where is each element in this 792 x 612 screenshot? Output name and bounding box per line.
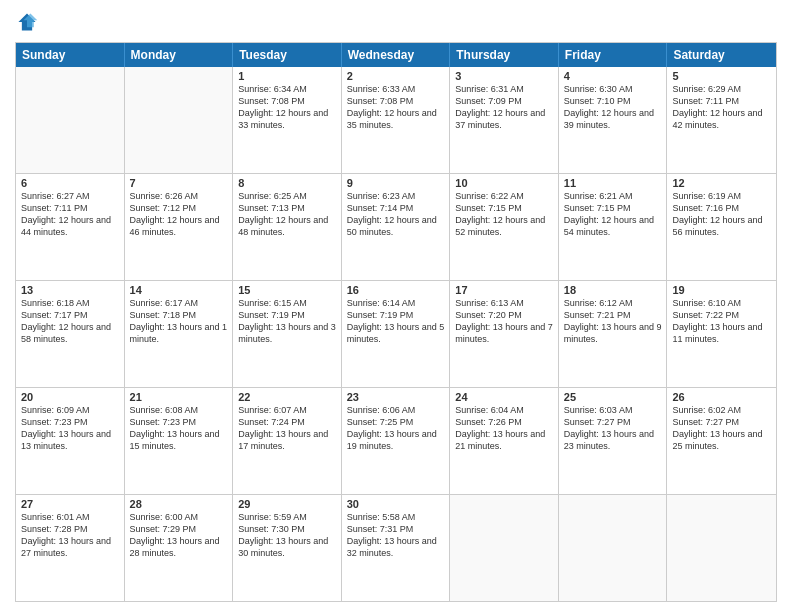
cell-info: Sunrise: 6:07 AM Sunset: 7:24 PM Dayligh… — [238, 404, 336, 453]
calendar-cell: 3Sunrise: 6:31 AM Sunset: 7:09 PM Daylig… — [450, 67, 559, 173]
day-header-friday: Friday — [559, 43, 668, 67]
calendar-cell: 14Sunrise: 6:17 AM Sunset: 7:18 PM Dayli… — [125, 281, 234, 387]
cell-info: Sunrise: 6:17 AM Sunset: 7:18 PM Dayligh… — [130, 297, 228, 346]
calendar-cell: 28Sunrise: 6:00 AM Sunset: 7:29 PM Dayli… — [125, 495, 234, 601]
cell-info: Sunrise: 6:27 AM Sunset: 7:11 PM Dayligh… — [21, 190, 119, 239]
calendar-body: 1Sunrise: 6:34 AM Sunset: 7:08 PM Daylig… — [16, 67, 776, 601]
calendar-cell: 7Sunrise: 6:26 AM Sunset: 7:12 PM Daylig… — [125, 174, 234, 280]
calendar-cell: 27Sunrise: 6:01 AM Sunset: 7:28 PM Dayli… — [16, 495, 125, 601]
calendar-cell: 12Sunrise: 6:19 AM Sunset: 7:16 PM Dayli… — [667, 174, 776, 280]
calendar-cell: 9Sunrise: 6:23 AM Sunset: 7:14 PM Daylig… — [342, 174, 451, 280]
calendar-cell: 18Sunrise: 6:12 AM Sunset: 7:21 PM Dayli… — [559, 281, 668, 387]
calendar-cell: 2Sunrise: 6:33 AM Sunset: 7:08 PM Daylig… — [342, 67, 451, 173]
logo-icon — [15, 10, 39, 34]
day-number: 11 — [564, 177, 662, 189]
day-header-sunday: Sunday — [16, 43, 125, 67]
day-number: 29 — [238, 498, 336, 510]
calendar-cell: 4Sunrise: 6:30 AM Sunset: 7:10 PM Daylig… — [559, 67, 668, 173]
day-number: 12 — [672, 177, 771, 189]
header — [15, 10, 777, 34]
day-number: 1 — [238, 70, 336, 82]
cell-info: Sunrise: 6:02 AM Sunset: 7:27 PM Dayligh… — [672, 404, 771, 453]
cell-info: Sunrise: 6:10 AM Sunset: 7:22 PM Dayligh… — [672, 297, 771, 346]
day-number: 17 — [455, 284, 553, 296]
cell-info: Sunrise: 6:14 AM Sunset: 7:19 PM Dayligh… — [347, 297, 445, 346]
calendar-cell — [667, 495, 776, 601]
calendar-cell — [450, 495, 559, 601]
calendar-cell: 24Sunrise: 6:04 AM Sunset: 7:26 PM Dayli… — [450, 388, 559, 494]
calendar-cell: 25Sunrise: 6:03 AM Sunset: 7:27 PM Dayli… — [559, 388, 668, 494]
day-number: 2 — [347, 70, 445, 82]
day-number: 3 — [455, 70, 553, 82]
cell-info: Sunrise: 6:15 AM Sunset: 7:19 PM Dayligh… — [238, 297, 336, 346]
cell-info: Sunrise: 5:59 AM Sunset: 7:30 PM Dayligh… — [238, 511, 336, 560]
calendar-cell: 15Sunrise: 6:15 AM Sunset: 7:19 PM Dayli… — [233, 281, 342, 387]
calendar-header: SundayMondayTuesdayWednesdayThursdayFrid… — [16, 43, 776, 67]
day-number: 16 — [347, 284, 445, 296]
calendar-cell: 10Sunrise: 6:22 AM Sunset: 7:15 PM Dayli… — [450, 174, 559, 280]
cell-info: Sunrise: 6:00 AM Sunset: 7:29 PM Dayligh… — [130, 511, 228, 560]
calendar-cell: 11Sunrise: 6:21 AM Sunset: 7:15 PM Dayli… — [559, 174, 668, 280]
day-number: 23 — [347, 391, 445, 403]
day-header-monday: Monday — [125, 43, 234, 67]
day-number: 15 — [238, 284, 336, 296]
calendar-row-0: 1Sunrise: 6:34 AM Sunset: 7:08 PM Daylig… — [16, 67, 776, 173]
calendar-cell: 20Sunrise: 6:09 AM Sunset: 7:23 PM Dayli… — [16, 388, 125, 494]
cell-info: Sunrise: 6:29 AM Sunset: 7:11 PM Dayligh… — [672, 83, 771, 132]
day-header-thursday: Thursday — [450, 43, 559, 67]
day-number: 18 — [564, 284, 662, 296]
calendar-cell: 19Sunrise: 6:10 AM Sunset: 7:22 PM Dayli… — [667, 281, 776, 387]
cell-info: Sunrise: 6:06 AM Sunset: 7:25 PM Dayligh… — [347, 404, 445, 453]
cell-info: Sunrise: 6:34 AM Sunset: 7:08 PM Dayligh… — [238, 83, 336, 132]
day-number: 7 — [130, 177, 228, 189]
calendar-cell: 6Sunrise: 6:27 AM Sunset: 7:11 PM Daylig… — [16, 174, 125, 280]
day-number: 20 — [21, 391, 119, 403]
calendar-cell — [125, 67, 234, 173]
day-number: 10 — [455, 177, 553, 189]
cell-info: Sunrise: 6:21 AM Sunset: 7:15 PM Dayligh… — [564, 190, 662, 239]
cell-info: Sunrise: 6:22 AM Sunset: 7:15 PM Dayligh… — [455, 190, 553, 239]
day-number: 9 — [347, 177, 445, 189]
day-number: 21 — [130, 391, 228, 403]
cell-info: Sunrise: 6:08 AM Sunset: 7:23 PM Dayligh… — [130, 404, 228, 453]
calendar-row-1: 6Sunrise: 6:27 AM Sunset: 7:11 PM Daylig… — [16, 173, 776, 280]
cell-info: Sunrise: 5:58 AM Sunset: 7:31 PM Dayligh… — [347, 511, 445, 560]
calendar: SundayMondayTuesdayWednesdayThursdayFrid… — [15, 42, 777, 602]
page: SundayMondayTuesdayWednesdayThursdayFrid… — [0, 0, 792, 612]
calendar-row-3: 20Sunrise: 6:09 AM Sunset: 7:23 PM Dayli… — [16, 387, 776, 494]
cell-info: Sunrise: 6:25 AM Sunset: 7:13 PM Dayligh… — [238, 190, 336, 239]
cell-info: Sunrise: 6:09 AM Sunset: 7:23 PM Dayligh… — [21, 404, 119, 453]
cell-info: Sunrise: 6:18 AM Sunset: 7:17 PM Dayligh… — [21, 297, 119, 346]
calendar-cell: 21Sunrise: 6:08 AM Sunset: 7:23 PM Dayli… — [125, 388, 234, 494]
day-number: 5 — [672, 70, 771, 82]
calendar-row-2: 13Sunrise: 6:18 AM Sunset: 7:17 PM Dayli… — [16, 280, 776, 387]
calendar-cell — [559, 495, 668, 601]
cell-info: Sunrise: 6:12 AM Sunset: 7:21 PM Dayligh… — [564, 297, 662, 346]
day-number: 8 — [238, 177, 336, 189]
calendar-cell: 29Sunrise: 5:59 AM Sunset: 7:30 PM Dayli… — [233, 495, 342, 601]
calendar-cell — [16, 67, 125, 173]
day-number: 4 — [564, 70, 662, 82]
day-number: 6 — [21, 177, 119, 189]
day-number: 26 — [672, 391, 771, 403]
calendar-cell: 23Sunrise: 6:06 AM Sunset: 7:25 PM Dayli… — [342, 388, 451, 494]
calendar-row-4: 27Sunrise: 6:01 AM Sunset: 7:28 PM Dayli… — [16, 494, 776, 601]
day-number: 13 — [21, 284, 119, 296]
calendar-cell: 17Sunrise: 6:13 AM Sunset: 7:20 PM Dayli… — [450, 281, 559, 387]
calendar-cell: 13Sunrise: 6:18 AM Sunset: 7:17 PM Dayli… — [16, 281, 125, 387]
day-number: 24 — [455, 391, 553, 403]
calendar-cell: 30Sunrise: 5:58 AM Sunset: 7:31 PM Dayli… — [342, 495, 451, 601]
day-number: 28 — [130, 498, 228, 510]
day-header-wednesday: Wednesday — [342, 43, 451, 67]
day-number: 25 — [564, 391, 662, 403]
day-header-tuesday: Tuesday — [233, 43, 342, 67]
calendar-cell: 22Sunrise: 6:07 AM Sunset: 7:24 PM Dayli… — [233, 388, 342, 494]
logo — [15, 10, 43, 34]
cell-info: Sunrise: 6:31 AM Sunset: 7:09 PM Dayligh… — [455, 83, 553, 132]
cell-info: Sunrise: 6:01 AM Sunset: 7:28 PM Dayligh… — [21, 511, 119, 560]
calendar-cell: 26Sunrise: 6:02 AM Sunset: 7:27 PM Dayli… — [667, 388, 776, 494]
calendar-cell: 5Sunrise: 6:29 AM Sunset: 7:11 PM Daylig… — [667, 67, 776, 173]
cell-info: Sunrise: 6:19 AM Sunset: 7:16 PM Dayligh… — [672, 190, 771, 239]
calendar-cell: 1Sunrise: 6:34 AM Sunset: 7:08 PM Daylig… — [233, 67, 342, 173]
day-number: 27 — [21, 498, 119, 510]
